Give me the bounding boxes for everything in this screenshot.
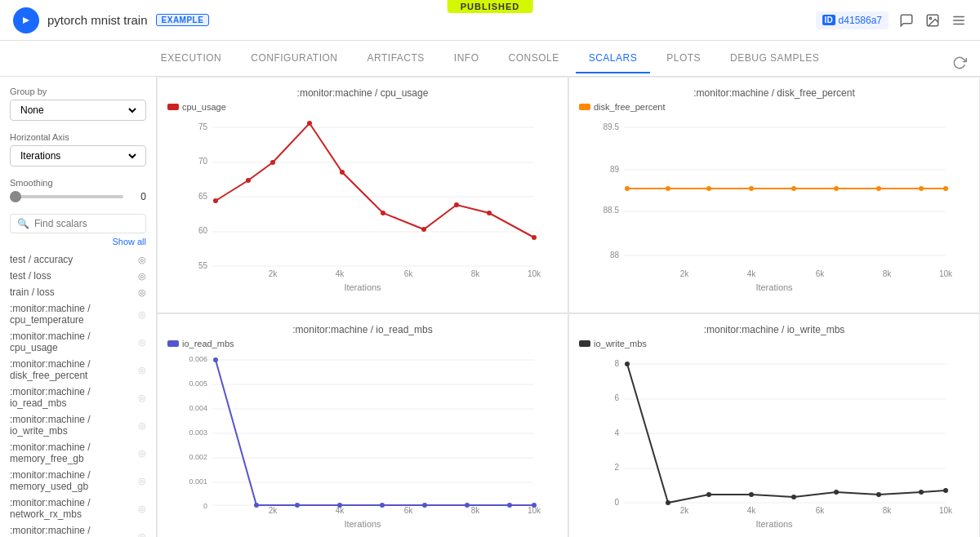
- chart-legend-cpu-usage: cpu_usage: [167, 102, 558, 112]
- chat-icon[interactable]: [898, 12, 915, 29]
- svg-text:0.006: 0.006: [189, 355, 207, 363]
- eye-icon[interactable]: ◎: [138, 504, 146, 514]
- sidebar: Group by None Experiment Tag Horizontal …: [0, 77, 157, 537]
- tab-execution[interactable]: EXECUTION: [148, 44, 235, 73]
- example-badge: EXAMPLE: [156, 14, 210, 26]
- chart-io-read: :monitor:machine / io_read_mbs io_read_m…: [157, 313, 568, 537]
- eye-icon[interactable]: ◎: [138, 337, 146, 348]
- search-input[interactable]: [34, 218, 157, 229]
- scalar-item-test-accuracy[interactable]: test / accuracy ◎: [10, 251, 146, 268]
- svg-point-96: [625, 362, 630, 366]
- scalar-name: test / accuracy: [10, 254, 73, 265]
- group-by-select[interactable]: None Experiment Tag: [10, 100, 146, 121]
- nav-tabs: EXECUTION CONFIGURATION ARTIFACTS INFO C…: [0, 41, 980, 77]
- scalar-name: :monitor:machine / io_write_mbs: [10, 414, 138, 437]
- refresh-icon[interactable]: [952, 55, 967, 73]
- chart-io-write: :monitor:machine / io_write_mbs io_write…: [568, 313, 980, 537]
- svg-point-80: [532, 503, 537, 508]
- x-axis-label: Iterations: [167, 519, 558, 529]
- eye-icon[interactable]: ◎: [138, 448, 146, 459]
- tab-console[interactable]: CONSOLE: [495, 44, 572, 73]
- tab-scalars[interactable]: SCALARS: [576, 44, 651, 73]
- exp-id-badge: ID d41586a7: [816, 11, 889, 29]
- scalar-item-io-read[interactable]: :monitor:machine / io_read_mbs ◎: [10, 384, 146, 411]
- svg-text:6k: 6k: [816, 269, 826, 278]
- scalar-item-net-tx[interactable]: :monitor:machine / network_tx_mbs ◎: [10, 522, 146, 537]
- svg-text:0.004: 0.004: [189, 404, 207, 412]
- svg-text:0: 0: [203, 502, 207, 510]
- svg-point-100: [791, 495, 796, 499]
- scalar-name: :monitor:machine / memory_free_gb: [10, 442, 138, 464]
- tab-artifacts[interactable]: ARTIFACTS: [354, 44, 438, 73]
- chart-cpu-usage: :monitor:machine / cpu_usage cpu_usage 7…: [157, 77, 568, 313]
- app-logo: [13, 7, 39, 33]
- svg-point-75: [337, 503, 342, 508]
- eye-icon[interactable]: ◎: [138, 255, 146, 265]
- show-all-link[interactable]: Show all: [10, 237, 146, 246]
- group-by-section: Group by None Experiment Tag: [10, 87, 146, 121]
- image-icon[interactable]: [924, 12, 941, 29]
- svg-point-103: [919, 490, 924, 495]
- x-axis-label: Iterations: [579, 282, 969, 292]
- svg-text:60: 60: [198, 226, 208, 235]
- eye-icon[interactable]: ◎: [138, 476, 146, 486]
- tab-configuration[interactable]: CONFIGURATION: [238, 44, 350, 73]
- chart-title-cpu-usage: :monitor:machine / cpu_usage: [167, 87, 558, 99]
- svg-point-99: [749, 492, 754, 497]
- scalar-item-test-loss[interactable]: test / loss ◎: [10, 268, 146, 284]
- scalar-name: :monitor:machine / network_rx_mbs: [10, 497, 138, 520]
- svg-text:88.5: 88.5: [604, 206, 620, 215]
- horizontal-axis-select[interactable]: Iterations Epochs Time: [10, 145, 146, 166]
- svg-point-48: [791, 186, 796, 191]
- svg-point-102: [876, 492, 881, 497]
- eye-icon[interactable]: ◎: [138, 365, 146, 375]
- scalar-name: train / loss: [10, 286, 55, 298]
- svg-text:0.002: 0.002: [189, 453, 207, 461]
- eye-icon[interactable]: ◎: [138, 393, 146, 403]
- tab-plots[interactable]: PLOTS: [653, 44, 714, 73]
- menu-icon[interactable]: [951, 12, 967, 29]
- scalar-item-mem-used[interactable]: :monitor:machine / memory_used_gb ◎: [10, 467, 146, 495]
- smoothing-slider[interactable]: [10, 195, 123, 198]
- svg-text:2k: 2k: [269, 506, 278, 515]
- scalar-item-net-rx[interactable]: :monitor:machine / network_rx_mbs ◎: [10, 495, 146, 522]
- svg-point-29: [487, 211, 492, 215]
- scalar-item-cpu-usage[interactable]: :monitor:machine / cpu_usage ◎: [10, 328, 146, 356]
- eye-icon[interactable]: ◎: [138, 309, 146, 320]
- svg-text:88: 88: [610, 251, 620, 260]
- scalar-item-train-loss[interactable]: train / loss ◎: [10, 284, 146, 300]
- svg-point-79: [507, 503, 512, 508]
- eye-icon[interactable]: ◎: [138, 287, 146, 298]
- svg-text:10k: 10k: [528, 269, 541, 278]
- svg-text:8: 8: [614, 359, 619, 368]
- svg-point-50: [876, 186, 881, 191]
- scalar-item-io-write[interactable]: :monitor:machine / io_write_mbs ◎: [10, 411, 146, 439]
- scalar-name: :monitor:machine / cpu_temperature: [10, 303, 138, 326]
- scalar-item-disk-free[interactable]: :monitor:machine / disk_free_percent ◎: [10, 356, 146, 384]
- svg-point-30: [532, 235, 537, 240]
- svg-point-72: [213, 357, 218, 362]
- svg-point-51: [919, 186, 924, 191]
- scalar-item-mem-free[interactable]: :monitor:machine / memory_free_gb ◎: [10, 439, 146, 467]
- svg-point-24: [307, 121, 312, 126]
- svg-text:8k: 8k: [471, 506, 481, 515]
- group-by-dropdown[interactable]: None Experiment Tag: [17, 104, 139, 117]
- svg-point-44: [625, 186, 630, 191]
- horizontal-axis-label: Horizontal Axis: [10, 132, 146, 142]
- eye-icon[interactable]: ◎: [138, 531, 146, 538]
- scalar-search-box[interactable]: 🔍: [10, 214, 146, 233]
- horizontal-axis-dropdown[interactable]: Iterations Epochs Time: [17, 149, 139, 162]
- tab-debug-samples[interactable]: DEBUG SAMPLES: [717, 44, 832, 73]
- svg-text:2k: 2k: [680, 269, 690, 278]
- svg-text:89: 89: [610, 165, 620, 174]
- scalar-name: :monitor:machine / disk_free_percent: [10, 358, 138, 381]
- svg-text:8k: 8k: [471, 269, 481, 278]
- chart-title-disk-free: :monitor:machine / disk_free_percent: [579, 87, 969, 99]
- svg-point-49: [834, 186, 839, 191]
- svg-text:4k: 4k: [336, 269, 345, 278]
- eye-icon[interactable]: ◎: [138, 420, 146, 431]
- published-banner: PUBLISHED: [448, 0, 533, 13]
- tab-info[interactable]: INFO: [441, 44, 492, 73]
- eye-icon[interactable]: ◎: [138, 271, 146, 282]
- scalar-item-cpu-temp[interactable]: :monitor:machine / cpu_temperature ◎: [10, 300, 146, 328]
